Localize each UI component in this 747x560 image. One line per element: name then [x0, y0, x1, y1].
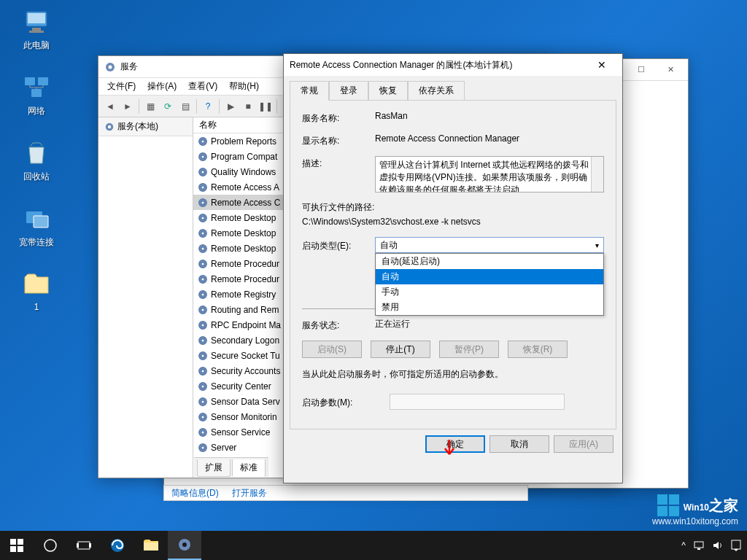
help-icon[interactable]: ?: [200, 98, 216, 114]
svg-point-16: [201, 155, 204, 158]
option-auto[interactable]: 自动: [376, 269, 603, 284]
svg-point-38: [201, 323, 204, 326]
label-display-name: 显示名称:: [302, 133, 375, 147]
svg-point-50: [201, 415, 204, 418]
network-tray-icon[interactable]: [693, 540, 705, 551]
svg-point-10: [109, 65, 112, 69]
svg-point-40: [201, 338, 204, 341]
service-name: Sensor Service: [211, 427, 270, 438]
scroll-up-icon[interactable]: ▲: [592, 157, 603, 168]
value-service-name: RasMan: [375, 111, 604, 121]
gear-icon: [198, 198, 208, 208]
gear-icon: [198, 412, 208, 422]
start-button: 启动(S): [302, 341, 362, 358]
properties-icon[interactable]: ▦: [142, 98, 158, 114]
description-textarea[interactable]: 管理从这台计算机到 Internet 或其他远程网络的拨号和虚拟专用网络(VPN…: [375, 156, 604, 192]
label-description: 描述:: [302, 156, 375, 170]
annotation-arrow-2: [444, 440, 455, 462]
menu-help[interactable]: 帮助(H): [223, 78, 265, 95]
svg-rect-8: [34, 216, 48, 228]
svg-point-48: [201, 400, 204, 402]
value-display-name: Remote Access Connection Manager: [375, 133, 604, 144]
gear-icon: [104, 61, 116, 73]
pause-icon[interactable]: ❚❚: [258, 98, 274, 114]
taskbar: ^: [0, 531, 747, 560]
edge-icon[interactable]: [101, 531, 134, 560]
forward-icon[interactable]: ►: [120, 98, 136, 114]
svg-point-14: [201, 139, 204, 142]
cortana-icon[interactable]: [34, 531, 67, 560]
tab-extended[interactable]: 扩展: [197, 459, 231, 477]
service-name: Remote Desktop: [211, 228, 276, 238]
link-open-services[interactable]: 打开服务: [232, 487, 267, 499]
desktop-icon-this-pc[interactable]: 此电脑: [9, 7, 64, 52]
gear-icon: [198, 289, 208, 300]
menu-view[interactable]: 查看(V): [182, 78, 223, 95]
startup-type-dropdown: 自动(延迟启动) 自动 手动 禁用: [375, 253, 604, 316]
tab-logon[interactable]: 登录: [329, 81, 368, 101]
network-icon: [22, 73, 51, 102]
gear-icon: [198, 335, 208, 346]
stop-button[interactable]: 停止(T): [371, 341, 430, 358]
tab-dependencies[interactable]: 依存关系: [408, 81, 465, 101]
dialog-titlebar[interactable]: Remote Access Connection Manager 的属性(本地计…: [284, 54, 622, 76]
svg-point-54: [201, 446, 204, 448]
refresh-icon[interactable]: ⟳: [160, 98, 176, 114]
svg-point-26: [201, 231, 204, 234]
menu-action[interactable]: 操作(A): [142, 78, 182, 95]
services-taskbar-icon[interactable]: [168, 531, 201, 560]
svg-point-66: [182, 542, 187, 547]
close-icon[interactable]: ✕: [656, 60, 685, 80]
svg-point-20: [201, 185, 204, 188]
cancel-button[interactable]: 取消: [489, 435, 549, 453]
stop-icon[interactable]: ■: [240, 98, 256, 114]
gear-icon: [198, 228, 208, 238]
back-icon[interactable]: ◄: [102, 98, 118, 114]
svg-rect-55: [10, 539, 16, 545]
option-disabled[interactable]: 禁用: [376, 300, 603, 315]
service-name: Remote Procedur: [211, 259, 279, 269]
value-status: 正在运行: [375, 318, 604, 330]
desktop-icon-network[interactable]: 网络: [9, 73, 64, 117]
service-name: Secondary Logon: [211, 335, 279, 346]
svg-rect-60: [78, 542, 90, 549]
svg-rect-61: [77, 543, 79, 548]
tab-recovery[interactable]: 恢复: [368, 81, 408, 101]
start-button[interactable]: [0, 531, 34, 560]
explorer-icon[interactable]: [134, 531, 168, 560]
gear-icon: [198, 213, 208, 223]
tab-general[interactable]: 常规: [290, 81, 329, 101]
link-summary[interactable]: 简略信息(D): [171, 487, 219, 499]
scroll-down-icon[interactable]: ▼: [592, 180, 603, 192]
gear-icon: [198, 259, 208, 269]
close-icon[interactable]: ✕: [587, 55, 616, 75]
help-text: 当从此处启动服务时，你可指定所适用的启动参数。: [302, 368, 604, 381]
volume-tray-icon[interactable]: [712, 540, 724, 551]
desktop-icon-folder[interactable]: 1: [9, 270, 64, 312]
service-name: Secure Socket Tu: [211, 351, 280, 361]
export-icon[interactable]: ▤: [177, 98, 193, 114]
service-name: Sensor Monitorin: [211, 412, 277, 422]
menu-file[interactable]: 文件(F): [101, 78, 142, 95]
taskview-icon[interactable]: [67, 531, 101, 560]
desktop-icon-recycle[interactable]: 回收站: [9, 139, 64, 183]
svg-point-34: [201, 292, 204, 295]
tray-chevron-icon[interactable]: ^: [681, 540, 686, 551]
ok-button[interactable]: 确定: [425, 435, 485, 453]
option-manual[interactable]: 手动: [376, 284, 603, 300]
maximize-icon[interactable]: ☐: [627, 60, 656, 80]
tab-standard[interactable]: 标准: [232, 459, 266, 477]
svg-point-30: [201, 262, 204, 265]
dialog-tabs: 常规 登录 恢复 依存关系: [284, 76, 622, 100]
broadband-icon: [22, 204, 51, 233]
startup-type-select[interactable]: 自动: [375, 237, 604, 253]
svg-point-46: [201, 384, 204, 387]
play-icon[interactable]: ▶: [222, 98, 239, 114]
desktop-icon-broadband[interactable]: 宽带连接: [9, 204, 64, 249]
svg-rect-4: [25, 77, 35, 85]
notifications-icon[interactable]: [731, 540, 741, 551]
tree-root[interactable]: 服务(本地): [98, 117, 193, 136]
gear-icon: [198, 305, 208, 315]
option-delayed[interactable]: 自动(延迟启动): [376, 254, 603, 269]
watermark-suffix: 之家: [709, 497, 738, 513]
